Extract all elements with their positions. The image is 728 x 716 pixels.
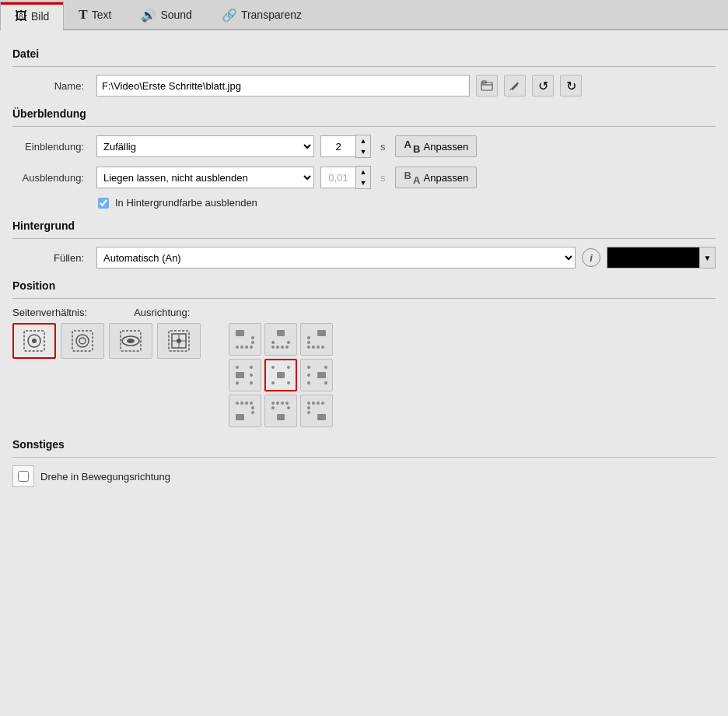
aspect-icon-2 bbox=[71, 329, 94, 353]
einblendung-duration-input[interactable] bbox=[320, 135, 355, 157]
align-bc-icon bbox=[270, 400, 292, 422]
svg-point-59 bbox=[250, 402, 253, 405]
svg-point-7 bbox=[76, 335, 89, 347]
align-ml-icon bbox=[234, 364, 256, 386]
drehe-checkbox[interactable] bbox=[18, 471, 29, 482]
text-tab-label: Text bbox=[92, 9, 112, 21]
svg-point-19 bbox=[240, 346, 243, 349]
svg-point-51 bbox=[307, 381, 310, 384]
svg-point-25 bbox=[271, 346, 275, 349]
svg-point-53 bbox=[324, 366, 327, 369]
fullen-label: Füllen: bbox=[12, 252, 90, 264]
ausblendung-unit: s bbox=[377, 172, 389, 184]
ausblendung-duration-wrap: ▲ ▼ bbox=[320, 166, 371, 189]
svg-point-30 bbox=[287, 341, 290, 344]
align-bottom-right[interactable] bbox=[300, 395, 333, 427]
aspect-icon-1 bbox=[23, 329, 46, 353]
ab-icon-2: B A bbox=[404, 170, 421, 185]
ausblendung-select[interactable]: Liegen lassen, nicht ausblenden bbox=[96, 167, 314, 188]
einblendung-row: Einblendung: Zufällig ▲ ▼ s A B Anpassen bbox=[12, 135, 716, 158]
svg-point-50 bbox=[307, 366, 310, 369]
svg-point-20 bbox=[245, 346, 248, 349]
hintergrundfarbe-checkbox[interactable] bbox=[98, 198, 109, 209]
drehe-checkbox-wrap[interactable] bbox=[12, 465, 34, 487]
aspect-btn-2[interactable] bbox=[61, 323, 104, 359]
svg-point-75 bbox=[307, 411, 310, 414]
name-input[interactable] bbox=[96, 75, 470, 97]
aspect-btn-4[interactable] bbox=[157, 323, 201, 359]
align-top-center[interactable] bbox=[264, 323, 297, 356]
einblendung-label: Einblendung: bbox=[12, 141, 90, 153]
hintergrund-header: Hintergrund bbox=[12, 219, 716, 232]
ausblendung-duration-input[interactable] bbox=[320, 167, 355, 188]
svg-point-46 bbox=[271, 381, 275, 384]
sound-tab-label: Sound bbox=[160, 9, 191, 21]
ausblendung-spin-up[interactable]: ▲ bbox=[356, 167, 370, 177]
svg-point-22 bbox=[251, 341, 254, 344]
svg-point-42 bbox=[250, 381, 253, 384]
main-content: Datei Name: ↺ ↻ Überblendung bbox=[0, 30, 728, 497]
aspect-icon-3 bbox=[119, 329, 142, 353]
svg-rect-49 bbox=[317, 372, 326, 378]
rotate-right-button[interactable]: ↻ bbox=[560, 75, 582, 97]
svg-point-32 bbox=[307, 346, 310, 349]
align-mc-icon bbox=[270, 364, 292, 386]
align-tr-icon bbox=[306, 328, 327, 350]
svg-point-11 bbox=[127, 339, 135, 343]
ausblendung-spin-down[interactable]: ▼ bbox=[356, 177, 370, 188]
aspect-btn-1[interactable] bbox=[12, 323, 56, 359]
anpassen1-button[interactable]: A B Anpassen bbox=[395, 135, 478, 157]
svg-point-28 bbox=[285, 346, 289, 349]
svg-point-8 bbox=[79, 338, 86, 344]
color-swatch[interactable] bbox=[607, 247, 700, 268]
aspect-icon-4 bbox=[167, 329, 191, 353]
align-bottom-center[interactable] bbox=[264, 395, 297, 427]
edit-button[interactable] bbox=[504, 75, 526, 97]
svg-point-52 bbox=[307, 374, 310, 377]
aspect-btn-3[interactable] bbox=[109, 323, 152, 359]
info-button[interactable]: i bbox=[582, 248, 600, 267]
svg-point-36 bbox=[307, 341, 310, 344]
aspect-buttons bbox=[12, 323, 201, 359]
transparenz-tab-label: Transparenz bbox=[241, 9, 302, 21]
svg-point-40 bbox=[236, 381, 239, 384]
svg-point-45 bbox=[271, 366, 275, 369]
svg-point-61 bbox=[251, 411, 254, 414]
rotate-left-icon: ↺ bbox=[538, 79, 548, 93]
align-br-icon bbox=[306, 400, 327, 422]
align-top-right[interactable] bbox=[300, 323, 333, 356]
color-picker-wrap: ▼ bbox=[607, 247, 716, 268]
einblendung-spin-down[interactable]: ▼ bbox=[356, 146, 370, 157]
svg-point-43 bbox=[250, 374, 253, 377]
align-middle-left[interactable] bbox=[229, 359, 261, 391]
position-header: Position bbox=[12, 279, 716, 292]
svg-rect-31 bbox=[317, 330, 326, 336]
svg-point-18 bbox=[236, 346, 239, 349]
tab-text[interactable]: T Text bbox=[64, 0, 126, 29]
color-dropdown-button[interactable]: ▼ bbox=[700, 247, 716, 268]
hintergrundfarbe-label: In Hintergrundfarbe ausblenden bbox=[115, 197, 257, 209]
svg-point-37 bbox=[307, 336, 310, 339]
fullen-select[interactable]: Automatisch (An) bbox=[96, 247, 576, 268]
align-bottom-left[interactable] bbox=[229, 395, 261, 427]
tab-bild[interactable]: 🖼 Bild bbox=[0, 2, 64, 30]
svg-point-68 bbox=[287, 406, 290, 409]
align-top-left[interactable] bbox=[229, 323, 261, 356]
einblendung-select[interactable]: Zufällig bbox=[96, 135, 314, 157]
tab-transparenz[interactable]: 🔗 Transparenz bbox=[207, 0, 317, 29]
anpassen2-button[interactable]: B A Anpassen bbox=[395, 167, 478, 188]
bild-tab-icon: 🖼 bbox=[15, 9, 27, 23]
tab-sound[interactable]: 🔊 Sound bbox=[126, 0, 206, 29]
align-middle-center[interactable] bbox=[264, 359, 297, 391]
browse-button[interactable] bbox=[476, 75, 498, 97]
einblendung-spin-up[interactable]: ▲ bbox=[356, 135, 370, 146]
svg-point-39 bbox=[236, 366, 239, 369]
position-labels-row: Seitenverhältnis: Ausrichtung: bbox=[12, 307, 716, 318]
name-row: Name: ↺ ↻ bbox=[12, 75, 716, 97]
align-middle-right[interactable] bbox=[300, 359, 333, 391]
svg-point-58 bbox=[245, 402, 248, 405]
datei-header: Datei bbox=[12, 47, 716, 60]
svg-point-35 bbox=[321, 346, 324, 349]
rotate-left-button[interactable]: ↺ bbox=[532, 75, 554, 97]
svg-point-21 bbox=[250, 346, 253, 349]
